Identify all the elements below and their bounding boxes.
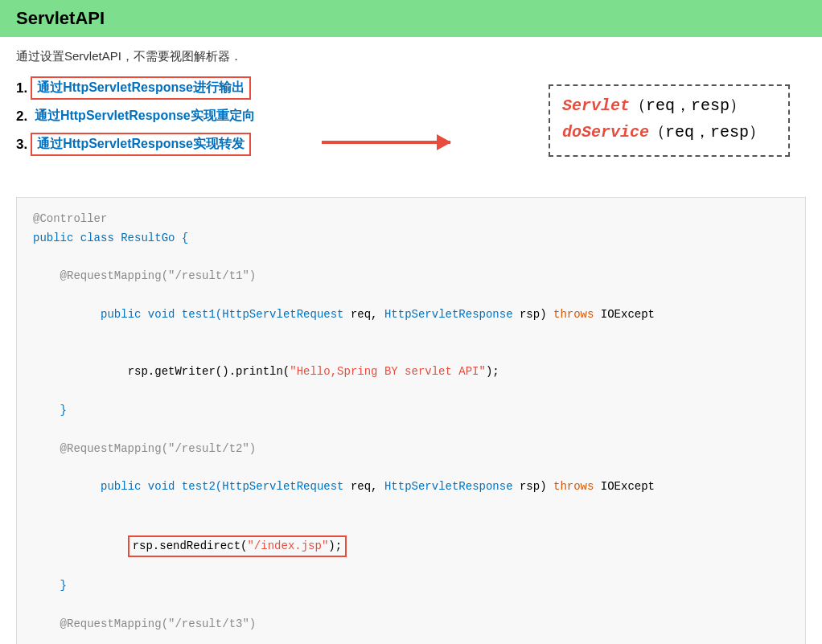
top-items-area: 1. 通过HttpServletResponse进行输出 2. 通过HttpSe… [16, 76, 806, 181]
item-2-number: 2. [16, 109, 31, 125]
item-3-text: 通过HttpServletResponse实现转发 [31, 133, 251, 156]
item-2-text: 通过HttpServletResponse实现重定向 [35, 108, 255, 125]
code-line-9: @RequestMapping("/result/t2") [33, 440, 789, 459]
list-item-1: 1. 通过HttpServletResponse进行输出 [16, 76, 450, 100]
list-item-2: 2. 通过HttpServletResponse实现重定向 [16, 108, 450, 125]
code-line-7: } [33, 401, 789, 420]
code-line-3 [33, 248, 789, 268]
code-line-8 [33, 420, 789, 440]
header-title: ServletAPI [16, 8, 105, 28]
code-line-6: rsp.getWriter().println("Hello,Spring BY… [33, 344, 789, 401]
right-panel: Servlet（req，resp） doService（req，resp） [549, 84, 790, 157]
code-line-1: @Controller [33, 210, 789, 229]
right-panel-line2: doService（req，resp） [562, 121, 776, 142]
right-arrow [322, 141, 450, 144]
code-line-15: public void test3(HttpServletRequest req… [33, 634, 789, 644]
code-line-12: } [33, 576, 789, 596]
code-block: @Controller public class ResultGo { @Req… [16, 197, 806, 644]
item-3-number: 3. [16, 137, 27, 153]
code-line-13 [33, 596, 789, 615]
item-1-text: 通过HttpServletResponse进行输出 [31, 76, 251, 100]
code-line-4: @RequestMapping("/result/t1") [33, 267, 789, 286]
code-line-11: rsp.sendRedirect("/index.jsp"); [33, 516, 789, 576]
page-header: ServletAPI [0, 0, 822, 37]
items-list: 1. 通过HttpServletResponse进行输出 2. 通过HttpSe… [16, 76, 450, 164]
arrow-container [322, 123, 483, 147]
code-line-14: @RequestMapping("/result/t3") [33, 615, 789, 634]
code-line-2: public class ResultGo { [33, 229, 789, 248]
main-content: 通过设置ServletAPI，不需要视图解析器． 1. 通过HttpServle… [0, 37, 822, 644]
right-panel-line1: Servlet（req，resp） [562, 94, 776, 116]
code-line-10: public void test2(HttpServletRequest req… [33, 458, 789, 515]
subtitle: 通过设置ServletAPI，不需要视图解析器． [16, 49, 806, 64]
item-1-number: 1. [16, 80, 27, 96]
code-line-5: public void test1(HttpServletRequest req… [33, 286, 789, 343]
